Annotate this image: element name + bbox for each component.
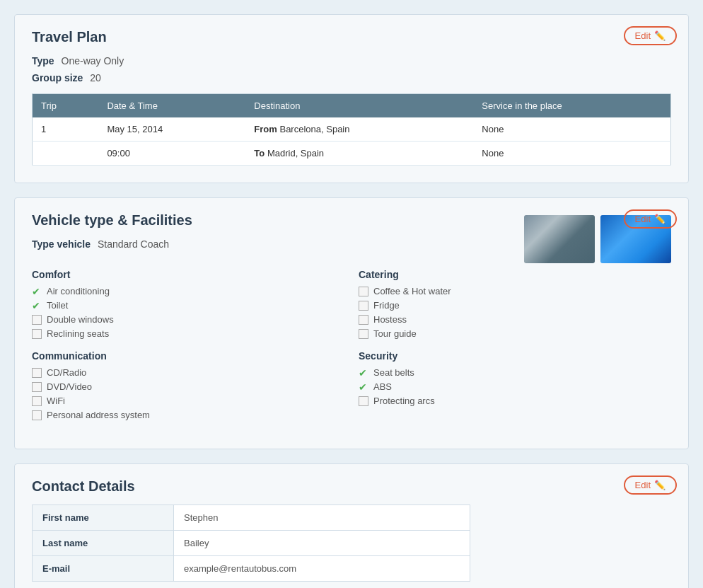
facility-label: ABS bbox=[373, 381, 392, 392]
facility-label: Reclining seats bbox=[47, 328, 109, 339]
check-icon: ✔ bbox=[32, 287, 42, 296]
contact-field-label: Last name bbox=[33, 531, 174, 556]
bus-image-1 bbox=[524, 215, 595, 263]
table-row: 1 May 15, 2014 From Barcelona, Spain Non… bbox=[33, 117, 671, 142]
facility-double-windows: Double windows bbox=[32, 314, 344, 325]
checkbox-icon bbox=[32, 382, 42, 392]
facility-label: Fridge bbox=[373, 300, 400, 311]
travel-plan-card: Travel Plan Edit ✏️ Type One-way Only Gr… bbox=[14, 14, 689, 183]
facility-label: Toilet bbox=[47, 300, 68, 311]
cell-date: May 15, 2014 bbox=[98, 117, 245, 142]
facility-label: WiFi bbox=[47, 396, 65, 406]
checkbox-icon bbox=[32, 368, 42, 378]
facility-pa-system: Personal address system bbox=[32, 410, 344, 420]
catering-section: Catering Coffee & Hot water Fridge Hoste… bbox=[359, 269, 671, 339]
facility-fridge: Fridge bbox=[359, 300, 671, 311]
vehicle-left: Vehicle type & Facilities Type vehicle S… bbox=[32, 212, 192, 255]
facility-cd-radio: CD/Radio bbox=[32, 367, 344, 378]
vehicle-edit-label: Edit bbox=[635, 214, 651, 224]
facility-protecting-arcs: Protecting arcs bbox=[359, 396, 671, 406]
facility-wifi: WiFi bbox=[32, 396, 344, 406]
pencil-icon-2: ✏️ bbox=[654, 214, 666, 224]
checkbox-icon bbox=[359, 396, 368, 406]
security-title: Security bbox=[359, 350, 671, 362]
col-trip: Trip bbox=[33, 94, 99, 118]
contact-details-title: Contact Details bbox=[32, 478, 671, 495]
table-row: E-mail example@rentautobus.com bbox=[33, 556, 470, 582]
security-section: Security ✔ Seat belts ✔ ABS Protecting a… bbox=[359, 350, 671, 406]
checkbox-icon bbox=[359, 329, 368, 339]
col-service: Service in the place bbox=[473, 94, 670, 118]
checkbox-icon bbox=[32, 396, 42, 406]
communication-section: Communication CD/Radio DVD/Video WiFi bbox=[32, 350, 344, 420]
check-icon: ✔ bbox=[359, 382, 368, 392]
travel-plan-edit-label: Edit bbox=[635, 30, 651, 41]
facility-label: DVD/Video bbox=[47, 381, 92, 392]
facility-label: Tour guide bbox=[373, 328, 417, 339]
table-row: First name Stephen bbox=[33, 505, 470, 531]
facility-coffee: Coffee & Hot water bbox=[359, 286, 671, 296]
cell-time: 09:00 bbox=[98, 142, 245, 166]
travel-plan-edit-button[interactable]: Edit ✏️ bbox=[624, 26, 677, 45]
type-label: Type bbox=[32, 55, 54, 67]
facilities-grid: Comfort ✔ Air conditioning ✔ Toilet Doub… bbox=[32, 269, 671, 432]
catering-title: Catering bbox=[359, 269, 671, 280]
check-icon: ✔ bbox=[359, 368, 368, 378]
facility-hostess: Hostess bbox=[359, 314, 671, 325]
facility-label: Air conditioning bbox=[47, 286, 110, 296]
type-field: Type One-way Only bbox=[32, 55, 671, 67]
cell-trip-empty bbox=[33, 142, 99, 166]
checkbox-icon bbox=[359, 301, 368, 311]
vehicle-edit-button[interactable]: Edit ✏️ bbox=[624, 209, 677, 229]
type-value: One-way Only bbox=[62, 55, 124, 67]
facility-toilet: ✔ Toilet bbox=[32, 300, 344, 311]
facility-label: Double windows bbox=[47, 314, 114, 325]
comfort-title: Comfort bbox=[32, 269, 344, 280]
communication-title: Communication bbox=[32, 350, 344, 362]
facilities-left: Comfort ✔ Air conditioning ✔ Toilet Doub… bbox=[32, 269, 344, 432]
facility-dvd-video: DVD/Video bbox=[32, 381, 344, 392]
type-vehicle-value: Standard Coach bbox=[98, 238, 169, 250]
contact-field-label: E-mail bbox=[33, 556, 174, 582]
facility-label: Seat belts bbox=[373, 367, 414, 378]
facilities-right: Catering Coffee & Hot water Fridge Hoste… bbox=[359, 269, 671, 432]
facility-abs: ✔ ABS bbox=[359, 381, 671, 392]
checkbox-icon bbox=[359, 315, 368, 325]
contact-table: First name Stephen Last name Bailey E-ma… bbox=[32, 505, 470, 582]
col-destination: Destination bbox=[245, 94, 473, 118]
facility-label: Personal address system bbox=[47, 410, 150, 420]
contact-field-value: Bailey bbox=[174, 531, 470, 556]
facility-seat-belts: ✔ Seat belts bbox=[359, 367, 671, 378]
group-size-field: Group size 20 bbox=[32, 72, 671, 83]
vehicle-facilities-card: Vehicle type & Facilities Type vehicle S… bbox=[14, 197, 689, 449]
page-wrapper: Travel Plan Edit ✏️ Type One-way Only Gr… bbox=[14, 14, 689, 588]
pencil-icon: ✏️ bbox=[654, 30, 666, 41]
table-row: 09:00 To Madrid, Spain None bbox=[33, 142, 671, 166]
checkbox-icon bbox=[32, 329, 42, 339]
type-vehicle-field: Type vehicle Standard Coach bbox=[32, 238, 192, 250]
cell-trip-num: 1 bbox=[33, 117, 99, 142]
trip-table: Trip Date & Time Destination Service in … bbox=[32, 93, 671, 166]
comfort-section: Comfort ✔ Air conditioning ✔ Toilet Doub… bbox=[32, 269, 344, 339]
vehicle-header: Vehicle type & Facilities Type vehicle S… bbox=[32, 212, 671, 263]
contact-field-value: Stephen bbox=[174, 505, 470, 531]
facility-label: Hostess bbox=[373, 314, 407, 325]
cell-service-to: None bbox=[473, 142, 670, 166]
contact-edit-button[interactable]: Edit ✏️ bbox=[624, 475, 677, 495]
check-icon: ✔ bbox=[32, 301, 42, 311]
travel-plan-title: Travel Plan bbox=[32, 29, 671, 45]
checkbox-icon bbox=[359, 287, 368, 296]
contact-details-card: Contact Details Edit ✏️ First name Steph… bbox=[14, 463, 689, 588]
contact-field-label: First name bbox=[33, 505, 174, 531]
vehicle-title: Vehicle type & Facilities bbox=[32, 212, 192, 229]
contact-edit-label: Edit bbox=[635, 480, 651, 490]
cell-service-from: None bbox=[473, 117, 670, 142]
table-row: Last name Bailey bbox=[33, 531, 470, 556]
facility-tour-guide: Tour guide bbox=[359, 328, 671, 339]
facility-label: CD/Radio bbox=[47, 367, 86, 378]
group-size-label: Group size bbox=[32, 72, 83, 83]
checkbox-icon bbox=[32, 315, 42, 325]
pencil-icon-3: ✏️ bbox=[654, 480, 666, 490]
facility-air-conditioning: ✔ Air conditioning bbox=[32, 286, 344, 296]
checkbox-icon bbox=[32, 410, 42, 420]
